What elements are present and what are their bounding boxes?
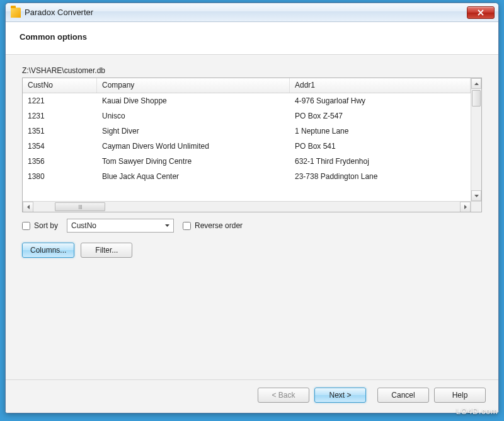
- chevron-right-icon: [464, 205, 467, 209]
- table-row[interactable]: 1354 Cayman Divers World Unlimited PO Bo…: [23, 139, 471, 154]
- cancel-button[interactable]: Cancel: [377, 388, 429, 403]
- cell-custno: 1351: [23, 127, 97, 136]
- cell-company: Unisco: [97, 112, 290, 120]
- scroll-thumb[interactable]: [55, 202, 105, 211]
- scroll-left-button[interactable]: [23, 202, 33, 212]
- scroll-right-button[interactable]: [460, 202, 471, 212]
- content-area: Z:\VSHARE\customer.db CustNo Company Add…: [6, 55, 498, 379]
- filter-button[interactable]: Filter...: [81, 243, 132, 258]
- chevron-down-icon: [162, 221, 172, 231]
- app-icon: [11, 8, 21, 18]
- sort-field-combobox[interactable]: CustNo: [67, 219, 174, 233]
- scroll-track[interactable]: [33, 202, 460, 212]
- window-title: Paradox Converter: [25, 8, 467, 17]
- reverse-order-label: Reverse order: [195, 221, 243, 230]
- cell-addr: PO Box Z-547: [290, 112, 471, 120]
- action-button-row: Columns... Filter...: [22, 243, 482, 258]
- cell-custno: 1380: [23, 172, 97, 181]
- cell-company: Kauai Dive Shoppe: [97, 96, 290, 105]
- table-body: 1221 Kauai Dive Shoppe 4-976 Sugarloaf H…: [23, 93, 471, 201]
- scrollbar-corner: [471, 201, 481, 212]
- table-row[interactable]: 1380 Blue Jack Aqua Center 23-738 Paddin…: [23, 169, 471, 184]
- cell-addr: 632-1 Third Frydenhoj: [290, 157, 471, 166]
- table-row[interactable]: 1351 Sight Diver 1 Neptune Lane: [23, 124, 471, 139]
- scroll-track[interactable]: [471, 89, 481, 190]
- sort-by-checkbox[interactable]: Sort by: [22, 221, 58, 230]
- table-row[interactable]: 1356 Tom Sawyer Diving Centre 632-1 Thir…: [23, 154, 471, 169]
- watermark-text: LO4D.com: [456, 407, 498, 416]
- back-button[interactable]: < Back: [258, 388, 309, 403]
- cell-company: Cayman Divers World Unlimited: [97, 142, 290, 151]
- cell-custno: 1231: [23, 112, 97, 120]
- reverse-order-checkbox-input[interactable]: [183, 222, 191, 230]
- column-header-custno[interactable]: CustNo: [23, 78, 97, 93]
- help-button[interactable]: Help: [434, 388, 486, 403]
- sort-by-checkbox-input[interactable]: [22, 222, 30, 230]
- vertical-scrollbar[interactable]: [471, 78, 481, 201]
- data-table: CustNo Company Addr1 1221 Kauai Dive Sho…: [22, 78, 482, 212]
- column-header-addr1[interactable]: Addr1: [290, 78, 471, 93]
- file-path-label: Z:\VSHARE\customer.db: [22, 66, 482, 75]
- cell-addr: 1 Neptune Lane: [290, 127, 471, 136]
- titlebar: Paradox Converter: [6, 3, 498, 22]
- cell-custno: 1221: [23, 96, 97, 105]
- sort-options-row: Sort by CustNo Reverse order: [22, 219, 482, 233]
- close-button[interactable]: [467, 6, 495, 19]
- reverse-order-checkbox[interactable]: Reverse order: [183, 221, 243, 230]
- chevron-left-icon: [27, 205, 30, 209]
- next-button[interactable]: Next >: [314, 388, 366, 403]
- page-title: Common options: [20, 32, 484, 42]
- scroll-up-button[interactable]: [471, 78, 481, 89]
- table-row[interactable]: 1221 Kauai Dive Shoppe 4-976 Sugarloaf H…: [23, 93, 471, 108]
- cell-company: Sight Diver: [97, 127, 290, 136]
- chevron-up-icon: [474, 83, 479, 85]
- columns-button[interactable]: Columns...: [22, 243, 74, 258]
- sort-by-label: Sort by: [34, 221, 58, 230]
- chevron-down-icon: [474, 195, 479, 197]
- cell-custno: 1356: [23, 157, 97, 166]
- cell-addr: 23-738 Paddington Lane: [290, 172, 471, 181]
- horizontal-scrollbar[interactable]: [23, 201, 471, 212]
- column-header-company[interactable]: Company: [97, 78, 290, 93]
- table-header-row: CustNo Company Addr1: [23, 78, 471, 93]
- table-row[interactable]: 1231 Unisco PO Box Z-547: [23, 108, 471, 124]
- scroll-down-button[interactable]: [471, 190, 481, 201]
- close-icon: [478, 9, 484, 16]
- dialog-window: Paradox Converter Common options Z:\VSHA…: [5, 3, 499, 413]
- wizard-footer: < Back Next > Cancel Help: [6, 379, 498, 413]
- cell-company: Tom Sawyer Diving Centre: [97, 157, 290, 166]
- cell-custno: 1354: [23, 142, 97, 151]
- scroll-thumb[interactable]: [472, 90, 481, 107]
- sort-field-value: CustNo: [71, 221, 96, 230]
- cell-company: Blue Jack Aqua Center: [97, 172, 290, 181]
- cell-addr: PO Box 541: [290, 142, 471, 151]
- cell-addr: 4-976 Sugarloaf Hwy: [290, 96, 471, 105]
- wizard-header: Common options: [6, 22, 498, 55]
